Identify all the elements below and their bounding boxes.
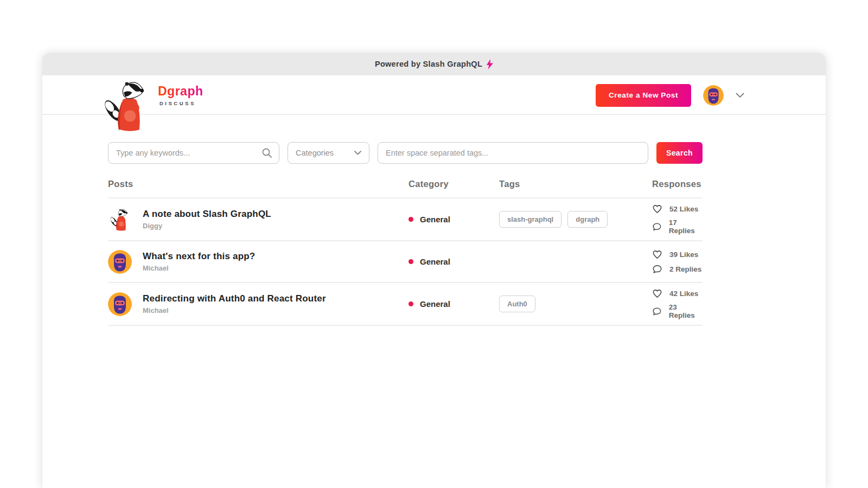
post-cell: Redirecting with Auth0 and React Router … [108, 292, 409, 316]
reply-bubble-icon [652, 306, 662, 317]
column-header-responses: Responses [652, 179, 703, 189]
heart-icon [652, 288, 662, 299]
category-label: General [420, 299, 450, 309]
likes-count: 39 Likes [669, 251, 698, 259]
post-author: Diggy [143, 222, 271, 230]
chevron-down-icon [354, 151, 361, 155]
category-dot [409, 259, 413, 264]
replies-count: 2 Replies [669, 265, 701, 273]
tags-cell: slash-graphql dgraph [499, 211, 652, 228]
search-button[interactable]: Search [656, 142, 703, 164]
likes-line: 39 Likes [652, 249, 703, 260]
table-header-row: Posts Category Tags Responses [108, 179, 703, 198]
category-cell: General [409, 257, 499, 266]
tag-chip[interactable]: Auth0 [499, 296, 535, 312]
post-author-avatar [108, 250, 132, 274]
brand-subtitle: DISCUSS [159, 100, 203, 106]
replies-line: 17 Replies [652, 219, 703, 235]
categories-dropdown-label: Categories [296, 149, 334, 157]
category-label: General [420, 215, 450, 224]
tag-chip[interactable]: slash-graphql [499, 211, 561, 228]
post-cell: A note about Slash GraphQL Diggy [108, 208, 409, 232]
responses-cell: 42 Likes 23 Replies [652, 288, 703, 319]
responses-cell: 39 Likes 2 Replies [652, 249, 703, 274]
post-text-block: A note about Slash GraphQL Diggy [143, 209, 271, 230]
reply-bubble-icon [652, 264, 662, 274]
table-row[interactable]: Redirecting with Auth0 and React Router … [108, 283, 703, 326]
lightning-icon [487, 59, 493, 69]
column-header-category: Category [409, 179, 499, 189]
brand-block: Dgraph DISCUSS [158, 84, 203, 106]
responses-cell: 52 Likes 17 Replies [652, 204, 703, 235]
post-title[interactable]: What's next for this app? [143, 251, 255, 262]
search-icon [261, 147, 272, 158]
keywords-input[interactable] [108, 142, 279, 164]
post-cell: What's next for this app? Michael [108, 250, 409, 274]
category-cell: General [409, 215, 499, 224]
likes-line: 42 Likes [652, 288, 703, 299]
category-dot [409, 301, 413, 306]
app-window: Powered by Slash GraphQL Dgraph DISCUSS … [42, 53, 826, 488]
tag-chip[interactable]: dgraph [567, 211, 608, 228]
category-cell: General [409, 299, 499, 309]
main-content: Categories Search Posts Category Tags Re… [108, 142, 703, 326]
app-header: Dgraph DISCUSS Create a New Post [42, 75, 826, 115]
user-avatar[interactable] [703, 85, 724, 106]
post-author: Michael [143, 306, 326, 314]
heart-icon [652, 249, 662, 260]
replies-line: 23 Replies [652, 303, 703, 319]
chevron-down-icon[interactable] [736, 93, 744, 98]
heart-icon [652, 204, 662, 214]
replies-line: 2 Replies [652, 264, 703, 274]
keywords-field-wrap [108, 142, 279, 164]
column-header-posts: Posts [108, 179, 409, 189]
categories-dropdown[interactable]: Categories [288, 142, 369, 164]
dgraph-badger-mascot-logo [103, 79, 150, 133]
post-title[interactable]: A note about Slash GraphQL [143, 209, 271, 220]
replies-count: 17 Replies [669, 219, 703, 235]
category-dot [409, 217, 413, 222]
post-author-avatar [108, 292, 132, 316]
avatar-image [108, 292, 132, 316]
header-actions: Create a New Post [596, 75, 744, 115]
post-title[interactable]: Redirecting with Auth0 and React Router [143, 293, 326, 304]
tags-field-wrap [378, 142, 648, 164]
column-header-tags: Tags [499, 179, 652, 189]
post-author: Michael [143, 264, 255, 272]
tags-cell: Auth0 [499, 296, 652, 312]
replies-count: 23 Replies [669, 303, 703, 319]
brand-name: Dgraph [158, 84, 203, 99]
post-author-avatar-badger [108, 208, 132, 232]
post-text-block: What's next for this app? Michael [143, 251, 255, 272]
post-text-block: Redirecting with Auth0 and React Router … [143, 293, 326, 314]
avatar-image [108, 250, 132, 274]
banner-text: Powered by Slash GraphQL [375, 60, 482, 68]
likes-count: 42 Likes [669, 290, 698, 298]
table-row[interactable]: A note about Slash GraphQL Diggy General… [108, 198, 703, 241]
likes-line: 52 Likes [652, 204, 703, 214]
user-avatar-image [703, 85, 724, 106]
reply-bubble-icon [652, 222, 662, 232]
table-row[interactable]: What's next for this app? Michael Genera… [108, 241, 703, 283]
powered-by-banner: Powered by Slash GraphQL [42, 53, 826, 75]
category-label: General [420, 257, 450, 266]
likes-count: 52 Likes [669, 205, 698, 213]
posts-table: Posts Category Tags Responses A note abo… [108, 179, 703, 326]
search-bar: Categories Search [108, 142, 703, 164]
create-new-post-button[interactable]: Create a New Post [596, 84, 691, 107]
tags-input[interactable] [378, 142, 648, 164]
